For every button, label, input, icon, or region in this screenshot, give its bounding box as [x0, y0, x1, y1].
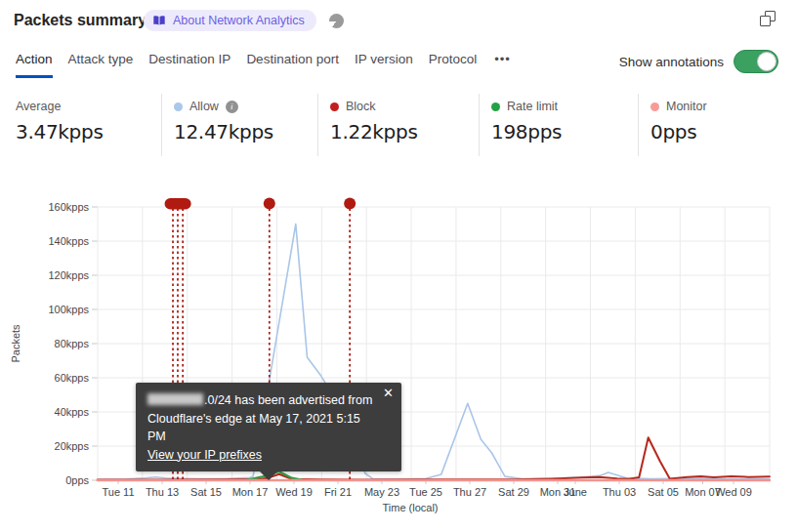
info-icon[interactable]: i — [226, 101, 238, 113]
stat-header: Block — [330, 98, 479, 115]
annotation-tooltip: ✕ .0/24 has been advertised from Cloudfl… — [136, 383, 401, 471]
stat-header: Monitor — [650, 98, 797, 115]
x-tick-label: Thu 03 — [603, 486, 636, 498]
tab-destination-ip[interactable]: Destination IP — [148, 52, 231, 75]
x-tick-label: Sat 05 — [648, 486, 679, 498]
tab-attack-type[interactable]: Attack type — [68, 52, 134, 75]
stat-block: Block1.22kpps — [317, 94, 479, 156]
y-tick-label: 20kpps — [55, 440, 90, 452]
y-tick-label: 100kpps — [48, 304, 89, 315]
stat-average: Average3.47kpps — [0, 94, 161, 156]
stat-label: Monitor — [666, 100, 707, 113]
stat-value: 3.47kpps — [16, 120, 161, 143]
tooltip-line2: Cloudflare's edge at May 17, 2021 5:15 P… — [147, 410, 376, 446]
packets-chart: 160kpps140kpps120kpps100kpps80kpps60kpps… — [0, 190, 797, 532]
monitor-series-dot — [650, 102, 659, 111]
y-axis-title: Packets — [10, 324, 21, 363]
view-ip-prefixes-link[interactable]: View your IP prefixes — [147, 448, 262, 462]
book-icon — [152, 15, 166, 27]
x-tick-label: May 23 — [364, 486, 399, 498]
stat-header: Rate limit — [491, 98, 638, 115]
toggle-knob — [757, 52, 776, 71]
tab-protocol[interactable]: Protocol — [429, 52, 478, 75]
x-tick-label: Fri 21 — [324, 486, 352, 498]
show-annotations-toggle[interactable] — [734, 50, 778, 73]
x-tick-label: Wed 09 — [715, 486, 752, 498]
y-tick-label: 120kpps — [48, 269, 89, 281]
tab-destination-port[interactable]: Destination port — [246, 52, 339, 75]
tooltip-line1: .0/24 has been advertised from — [147, 391, 376, 410]
y-tick-label: 0pps — [65, 474, 89, 486]
show-annotations-label: Show annotations — [619, 55, 724, 69]
copy-icon-front-square — [760, 16, 771, 26]
x-tick-label: Tue 25 — [409, 486, 442, 498]
x-tick-label: Tue 11 — [102, 486, 134, 498]
x-tick-label: Sat 15 — [190, 486, 222, 498]
packets-summary-panel: Packets summary About Network Analytics … — [0, 0, 797, 532]
about-network-analytics-badge[interactable]: About Network Analytics — [144, 10, 316, 31]
stat-value: 1.22kpps — [330, 120, 479, 143]
stat-header: Average — [16, 98, 161, 115]
stat-label: Allow — [189, 100, 219, 113]
y-tick-label: 80kpps — [55, 338, 90, 349]
annotation-cluster-marker[interactable] — [165, 198, 191, 210]
x-tick-label: June — [564, 486, 587, 498]
y-tick-label: 60kpps — [55, 372, 90, 384]
stat-rate-limit: Rate limit198pps — [479, 94, 638, 156]
x-tick-label: Thu 13 — [146, 486, 179, 498]
y-tick-label: 160kpps — [48, 201, 89, 213]
tooltip-close-icon[interactable]: ✕ — [383, 387, 394, 400]
stat-value: 198pps — [491, 120, 638, 143]
stat-allow: Allowi12.47kpps — [161, 94, 317, 156]
badge-label: About Network Analytics — [173, 14, 305, 27]
tabs-more-button[interactable]: ••• — [492, 52, 513, 66]
y-tick-label: 40kpps — [55, 406, 90, 418]
tab-ip-version[interactable]: IP version — [355, 52, 413, 75]
stat-value: 12.47kpps — [174, 120, 317, 143]
block-series-dot — [330, 102, 339, 111]
x-axis-title: Time (local) — [382, 502, 438, 513]
x-tick-label: Wed 19 — [275, 486, 313, 498]
rate-limit-series-dot — [491, 102, 500, 111]
pie-progress-icon — [329, 14, 344, 28]
stat-value: 0pps — [650, 120, 797, 143]
x-tick-label: Sat 29 — [498, 486, 529, 498]
stat-header: Allowi — [174, 98, 317, 115]
copy-panel-icon[interactable] — [760, 11, 776, 26]
annotation-marker[interactable] — [264, 198, 275, 210]
stat-monitor: Monitor0pps — [638, 94, 797, 156]
page-title: Packets summary — [14, 12, 147, 29]
stats-row: Average3.47kppsAllowi12.47kppsBlock1.22k… — [0, 94, 797, 156]
stat-label: Block — [346, 100, 376, 113]
redacted-ip-prefix — [147, 393, 203, 405]
show-annotations-control: Show annotations — [619, 50, 778, 73]
y-tick-label: 140kpps — [48, 235, 89, 247]
tab-action[interactable]: Action — [16, 52, 53, 78]
allow-series-dot — [174, 102, 183, 111]
x-tick-label: Thu 27 — [453, 486, 486, 498]
annotation-marker[interactable] — [344, 198, 356, 210]
x-tick-label: Mon 17 — [232, 486, 269, 498]
tab-list: ActionAttack typeDestination IPDestinati… — [16, 52, 513, 78]
stat-label: Average — [16, 100, 61, 113]
stat-label: Rate limit — [507, 100, 558, 113]
